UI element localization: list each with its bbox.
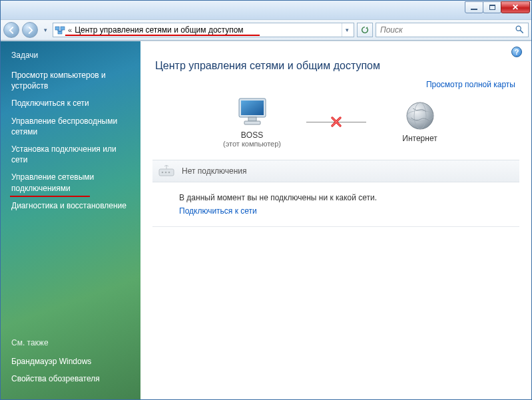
window-frame: ✕ ▾ « Центр управления сетями и общим до… — [0, 0, 532, 400]
svg-rect-6 — [248, 117, 256, 121]
no-connection-body: В данный момент вы не подключены ни к ка… — [152, 182, 519, 227]
sidebar-heading-seealso: См. также — [11, 338, 130, 347]
connection-broken-icon — [330, 116, 342, 128]
search-icon[interactable] — [515, 25, 524, 36]
map-node-this-computer[interactable]: BOSS (этот компьютер) — [216, 96, 289, 148]
task-sidebar: Задачи Просмотр компьютеров и устройств … — [1, 41, 140, 399]
map-node-internet[interactable]: Интернет — [384, 100, 457, 143]
minimize-button[interactable] — [465, 1, 483, 13]
search-box[interactable] — [376, 23, 529, 37]
sidebar-link-label: Управление сетевыми подключениями — [11, 172, 94, 192]
window-controls: ✕ — [465, 1, 530, 13]
svg-point-8 — [407, 102, 433, 129]
sidebar-link-firewall[interactable]: Брандмауэр Windows — [11, 353, 130, 370]
main-panel: ? Центр управления сетями и общим доступ… — [140, 41, 531, 399]
network-device-icon — [158, 164, 175, 178]
node-computer-sublabel: (этот компьютер) — [223, 140, 281, 148]
help-icon[interactable]: ? — [511, 47, 522, 57]
svg-point-13 — [165, 172, 167, 174]
globe-icon — [405, 100, 435, 131]
close-button[interactable]: ✕ — [501, 1, 530, 13]
nav-history-dropdown[interactable]: ▾ — [41, 23, 50, 37]
address-dropdown[interactable]: ▾ — [342, 23, 352, 37]
svg-point-3 — [516, 26, 521, 31]
breadcrumb-overflow-icon[interactable]: « — [68, 26, 72, 34]
network-map: BOSS (этот компьютер) — [152, 96, 519, 148]
nav-forward-button[interactable] — [22, 22, 38, 38]
content-area: Задачи Просмотр компьютеров и устройств … — [1, 41, 531, 399]
view-full-map-link[interactable]: Просмотр полной карты — [152, 80, 515, 89]
network-center-icon — [55, 25, 65, 35]
sidebar-link-manage-wireless[interactable]: Управление беспроводными сетями — [11, 112, 130, 140]
nav-back-button[interactable] — [3, 22, 19, 38]
navigation-bar: ▾ « Центр управления сетями и общим дост… — [1, 19, 531, 41]
titlebar: ✕ — [1, 1, 531, 19]
connect-to-network-link[interactable]: Подключиться к сети — [179, 206, 257, 216]
no-connection-header: Нет подключения — [152, 160, 519, 182]
node-internet-label: Интернет — [402, 134, 437, 143]
sidebar-link-diagnose-repair[interactable]: Диагностика и восстановление — [11, 197, 130, 214]
node-computer-name: BOSS — [241, 130, 263, 140]
svg-rect-7 — [244, 121, 260, 124]
map-connection-broken — [306, 115, 366, 128]
sidebar-link-view-computers[interactable]: Просмотр компьютеров и устройств — [11, 67, 130, 95]
no-connection-message: В данный момент вы не подключены ни к ка… — [179, 193, 514, 202]
address-text: Центр управления сетями и общим доступом — [75, 25, 339, 35]
sidebar-link-internet-options[interactable]: Свойства обозревателя — [11, 370, 130, 387]
computer-icon — [235, 96, 270, 128]
svg-point-12 — [162, 172, 164, 174]
refresh-button[interactable] — [357, 23, 373, 37]
svg-rect-5 — [241, 100, 264, 115]
page-title: Центр управления сетями и общим доступом — [155, 60, 519, 72]
sidebar-link-manage-network-connections[interactable]: Управление сетевыми подключениями — [11, 168, 130, 196]
sidebar-link-setup-connection[interactable]: Установка подключения или сети — [11, 140, 130, 168]
no-connection-label: Нет подключения — [182, 166, 247, 176]
svg-point-14 — [168, 172, 170, 174]
annotation-underline-address — [65, 35, 260, 36]
search-input[interactable] — [380, 25, 507, 35]
svg-rect-1 — [61, 27, 65, 30]
sidebar-link-connect-network[interactable]: Подключиться к сети — [11, 95, 130, 112]
sidebar-heading-tasks: Задачи — [11, 51, 130, 60]
maximize-button[interactable] — [483, 1, 501, 13]
svg-rect-0 — [55, 27, 59, 30]
